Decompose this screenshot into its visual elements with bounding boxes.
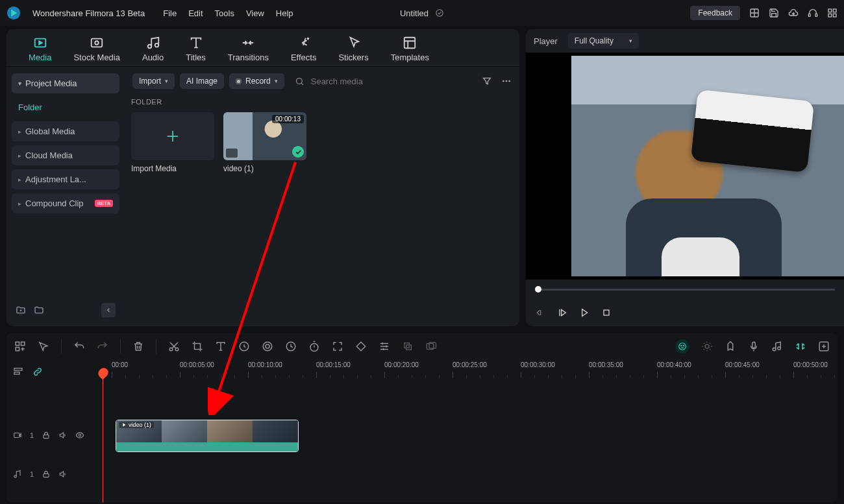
sidebar-adjustment-layer[interactable]: ▸ Adjustment La... bbox=[12, 169, 119, 189]
voiceover-icon[interactable] bbox=[748, 341, 760, 352]
audio-track-icon bbox=[13, 470, 22, 479]
tab-titles-label: Titles bbox=[186, 53, 206, 62]
sidebar-global-media-label: Global Media bbox=[25, 126, 75, 136]
headset-icon[interactable] bbox=[808, 8, 818, 18]
new-folder-icon[interactable] bbox=[16, 305, 26, 315]
svg-point-24 bbox=[169, 348, 173, 351]
svg-point-35 bbox=[679, 343, 686, 350]
timer-icon[interactable] bbox=[308, 341, 320, 352]
tab-transitions[interactable]: Transitions bbox=[228, 36, 269, 62]
marker-icon[interactable] bbox=[725, 341, 736, 352]
tab-titles[interactable]: Titles bbox=[186, 36, 206, 62]
sidebar-compound-clip[interactable]: ▸ Compound Clip BETA bbox=[12, 193, 119, 213]
ruler-tick-label: 00:00:30:00 bbox=[521, 361, 555, 368]
search-icon bbox=[295, 77, 304, 86]
visibility-icon[interactable] bbox=[75, 431, 84, 440]
pointer-icon[interactable] bbox=[38, 341, 49, 352]
addons-icon[interactable] bbox=[14, 341, 26, 352]
mute-icon[interactable] bbox=[58, 431, 68, 440]
tab-stock-media[interactable]: Stock Media bbox=[73, 36, 120, 62]
tab-media[interactable]: Media bbox=[29, 36, 51, 62]
media-clip-card[interactable]: 00:00:13 video (1) bbox=[223, 112, 306, 173]
titles-icon bbox=[189, 36, 203, 50]
speedramp-icon[interactable] bbox=[238, 341, 250, 352]
search-input[interactable] bbox=[310, 76, 429, 87]
quality-dropdown[interactable]: Full Quality ▾ bbox=[568, 33, 639, 49]
menu-tools[interactable]: Tools bbox=[215, 8, 234, 18]
group-icon[interactable] bbox=[402, 341, 414, 352]
ai-assistant-icon[interactable] bbox=[675, 339, 689, 354]
ai-image-button[interactable]: AI Image bbox=[180, 73, 224, 89]
media-panel: Media Stock Media Audio Titles Transitio… bbox=[6, 29, 519, 326]
sidebar-project-media[interactable]: ▾ Project Media bbox=[12, 73, 119, 93]
svg-rect-39 bbox=[752, 342, 756, 348]
tab-effects[interactable]: Effects bbox=[291, 36, 317, 62]
collapse-sidebar-icon[interactable] bbox=[101, 303, 116, 317]
delete-icon[interactable] bbox=[132, 341, 144, 352]
cut-icon[interactable] bbox=[168, 341, 180, 352]
new-bin-icon[interactable] bbox=[34, 305, 44, 315]
adjust-icon[interactable] bbox=[379, 341, 390, 352]
filter-icon[interactable] bbox=[482, 76, 492, 86]
fitscreen-icon[interactable] bbox=[332, 341, 343, 352]
lock-icon[interactable] bbox=[42, 470, 51, 479]
track-manager-icon[interactable] bbox=[13, 366, 23, 377]
undo-icon[interactable] bbox=[73, 341, 85, 352]
prev-frame-icon[interactable] bbox=[535, 307, 545, 318]
save-icon[interactable] bbox=[769, 8, 779, 18]
colorwheel-icon[interactable] bbox=[262, 341, 273, 352]
audio-enhance-icon[interactable] bbox=[701, 341, 713, 352]
tab-transitions-label: Transitions bbox=[228, 53, 269, 62]
record-dot-icon bbox=[236, 78, 242, 84]
playhead[interactable] bbox=[103, 369, 103, 503]
stop-icon[interactable] bbox=[601, 307, 612, 318]
step-icon[interactable] bbox=[557, 307, 567, 318]
lock-icon[interactable] bbox=[42, 431, 51, 440]
time-ruler[interactable]: 00:0000:00:05:0000:00:10:0000:00:15:0000… bbox=[109, 360, 838, 383]
keyframe-icon[interactable] bbox=[355, 341, 367, 352]
menu-view[interactable]: View bbox=[246, 8, 264, 18]
video-track-icon bbox=[13, 431, 22, 440]
tab-audio[interactable]: Audio bbox=[142, 36, 164, 62]
effects-icon bbox=[297, 36, 311, 50]
text-icon[interactable] bbox=[215, 341, 227, 352]
auto-ripple-icon[interactable] bbox=[795, 341, 806, 352]
tab-templates[interactable]: Templates bbox=[391, 36, 429, 62]
expand-icon[interactable] bbox=[818, 341, 830, 352]
apps-icon[interactable] bbox=[827, 8, 838, 18]
tab-stickers[interactable]: Stickers bbox=[338, 36, 368, 62]
feedback-button[interactable]: Feedback bbox=[690, 6, 740, 20]
menu-edit[interactable]: Edit bbox=[188, 8, 203, 18]
menu-file[interactable]: File bbox=[163, 8, 177, 18]
media-clip-thumb[interactable]: 00:00:13 bbox=[223, 112, 306, 160]
sidebar-folder[interactable]: Folder bbox=[12, 97, 119, 117]
import-button[interactable]: Import ▾ bbox=[132, 73, 175, 89]
layout-icon[interactable] bbox=[749, 8, 760, 18]
speed-icon[interactable] bbox=[285, 341, 297, 352]
record-button[interactable]: Record ▾ bbox=[229, 73, 284, 89]
sidebar-global-media[interactable]: ▸ Global Media bbox=[12, 121, 119, 141]
audio-mixer-icon[interactable] bbox=[771, 341, 783, 352]
folder-label: FOLDER bbox=[131, 94, 513, 112]
preview-progress[interactable] bbox=[526, 280, 844, 299]
sidebar-cloud-media[interactable]: ▸ Cloud Media bbox=[12, 145, 119, 165]
import-media-box[interactable] bbox=[131, 112, 214, 160]
crop-icon[interactable] bbox=[192, 341, 203, 352]
svg-rect-44 bbox=[14, 372, 19, 374]
redo-icon[interactable] bbox=[97, 341, 108, 352]
ai-image-button-label: AI Image bbox=[186, 77, 217, 86]
progress-handle[interactable] bbox=[535, 286, 541, 293]
timeline-clip[interactable]: video (1) bbox=[116, 420, 299, 452]
link-icon[interactable] bbox=[32, 366, 43, 377]
import-media-card[interactable]: Import Media bbox=[131, 112, 214, 173]
menu-help[interactable]: Help bbox=[276, 8, 293, 18]
play-icon[interactable] bbox=[579, 307, 590, 318]
search-media[interactable] bbox=[295, 76, 429, 87]
tab-media-label: Media bbox=[29, 53, 51, 62]
render-icon[interactable] bbox=[425, 341, 437, 352]
tab-audio-label: Audio bbox=[142, 53, 164, 62]
more-icon[interactable] bbox=[501, 76, 512, 86]
mute-icon[interactable] bbox=[58, 470, 68, 479]
cloud-sync-icon[interactable] bbox=[435, 8, 444, 18]
cloud-upload-icon[interactable] bbox=[788, 8, 799, 18]
